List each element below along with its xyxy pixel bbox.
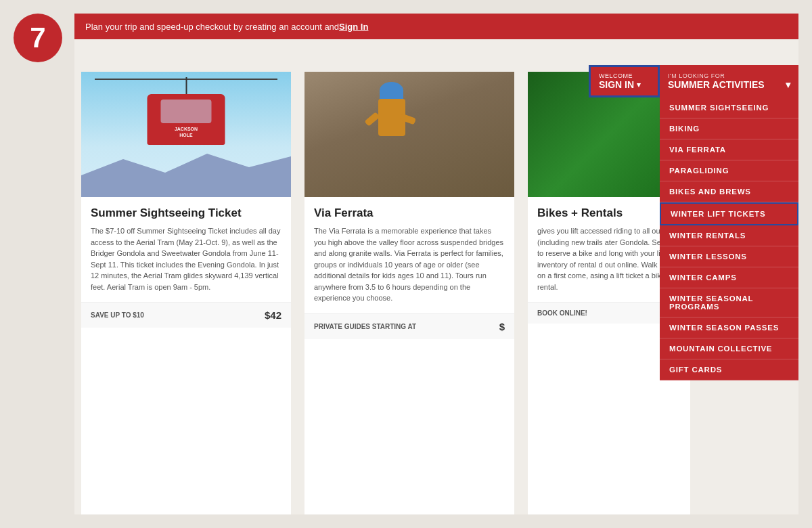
menu-item-winter-seasonal-programs[interactable]: WINTER SEASONAL PROGRAMS	[660, 288, 798, 317]
card-title-via-ferrata: Via Ferrata	[314, 206, 505, 220]
card-text-sightseeing: The $7-10 off Summer Sightseeing Ticket …	[91, 225, 281, 292]
menu-item-gift-cards[interactable]: GIFT CARDS	[660, 359, 798, 380]
main-container: Plan your trip and speed-up checkout by …	[74, 14, 798, 514]
card-price-sightseeing: $42	[265, 309, 281, 321]
menu-item-summer-sightseeing[interactable]: SUMMER SIGHTSEEING	[660, 97, 798, 118]
card-save-bikes: BOOK ONLINE!	[537, 309, 587, 317]
gondola-image: JACKSONHOLE	[81, 72, 291, 197]
notif-text: Plan your trip and speed-up checkout by …	[85, 22, 339, 32]
menu-item-mountain-collective[interactable]: MOUNTAIN COLLECTIVE	[660, 338, 798, 359]
dropdown-container: WELCOME SIGN IN ▾ I'M LOOKING FOR SUMMER…	[589, 65, 798, 380]
content-area: JACKSONHOLE Summer Sightseeing Ticket Th…	[74, 65, 798, 514]
card-save-via-ferrata: PRIVATE GUIDES STARTING AT	[314, 323, 416, 330]
card-body-via-ferrata: Via Ferrata The Via Ferrata is a memorab…	[304, 197, 514, 313]
im-looking-label: I'M LOOKING FOR	[668, 72, 790, 79]
card-save-sightseeing: SAVE UP TO $10	[91, 311, 144, 319]
card-text-via-ferrata: The Via Ferrata is a memorable experienc…	[314, 225, 505, 304]
card-sightseeing: JACKSONHOLE Summer Sightseeing Ticket Th…	[81, 72, 291, 514]
dropdown-menu: SUMMER SIGHTSEEING BIKING VIA FERRATA PA…	[660, 97, 798, 380]
climbing-image	[304, 72, 514, 197]
step-badge: 7	[14, 14, 62, 62]
menu-item-biking[interactable]: BIKING	[660, 118, 798, 139]
signin-label: SIGN IN ▾	[599, 79, 650, 90]
menu-item-winter-camps[interactable]: WINTER CAMPS	[660, 267, 798, 288]
card-footer-via-ferrata: PRIVATE GUIDES STARTING AT $	[304, 313, 514, 339]
menu-item-winter-lift-tickets[interactable]: WINTER LIFT TICKETS	[660, 202, 798, 225]
menu-item-winter-lessons[interactable]: WINTER LESSONS	[660, 246, 798, 267]
summer-activity-label: SUMMER ACTIVITIES ▾	[668, 79, 790, 90]
card-price-via-ferrata: $	[499, 321, 505, 332]
card-image-climbing	[304, 72, 514, 197]
welcome-section[interactable]: WELCOME SIGN IN ▾	[589, 65, 660, 97]
card-title-sightseeing: Summer Sightseeing Ticket	[91, 206, 281, 220]
card-footer-sightseeing: SAVE UP TO $10 $42	[81, 302, 291, 328]
menu-item-winter-rentals[interactable]: WINTER RENTALS	[660, 225, 798, 246]
notification-bar: Plan your trip and speed-up checkout by …	[74, 14, 798, 39]
menu-item-winter-season-passes[interactable]: WINTER SEASON PASSES	[660, 317, 798, 338]
card-body-sightseeing: Summer Sightseeing Ticket The $7-10 off …	[81, 197, 291, 302]
climber-figure	[378, 82, 405, 136]
menu-item-via-ferrata[interactable]: VIA FERRATA	[660, 139, 798, 160]
card-via-ferrata: Via Ferrata The Via Ferrata is a memorab…	[304, 72, 514, 514]
im-looking-section[interactable]: I'M LOOKING FOR SUMMER ACTIVITIES ▾	[660, 65, 798, 97]
signin-link[interactable]: Sign In	[339, 22, 368, 32]
dropdown-header-row: WELCOME SIGN IN ▾ I'M LOOKING FOR SUMMER…	[589, 65, 798, 97]
menu-item-paragliding[interactable]: PARAGLIDING	[660, 160, 798, 181]
welcome-label: WELCOME	[599, 72, 650, 79]
menu-item-bikes-and-brews[interactable]: BIKES AND BREWS	[660, 181, 798, 202]
card-image-gondola: JACKSONHOLE	[81, 72, 291, 197]
